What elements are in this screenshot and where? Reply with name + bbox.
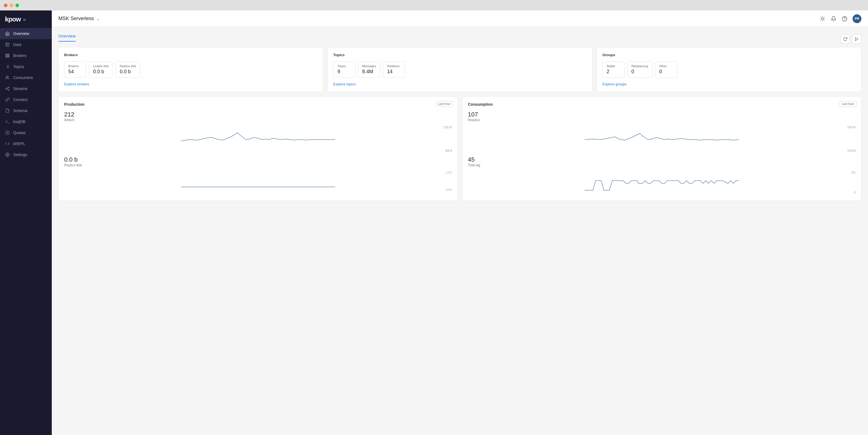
schema-icon xyxy=(5,108,10,113)
reads-value: 107 xyxy=(468,111,480,118)
data-icon xyxy=(5,42,10,47)
leader-disk-box: Leader disk 0.0 b xyxy=(89,61,113,77)
svg-rect-0 xyxy=(6,43,9,46)
sidebar-item-topics[interactable]: Topics xyxy=(0,61,52,72)
sidebar-item-brokers[interactable]: Brokers xyxy=(0,50,52,61)
replica-value: 0.0 b xyxy=(64,156,82,163)
writes-y-max: 218.05 xyxy=(443,126,452,129)
explore-groups-link[interactable]: Explore groups xyxy=(602,82,856,86)
sidebar-data-label: Data xyxy=(13,42,22,47)
refresh-button[interactable] xyxy=(840,34,850,44)
sidebar-streams-label: Streams xyxy=(13,87,28,91)
connect-icon xyxy=(5,97,10,102)
lag-chart xyxy=(468,171,856,193)
tab-overview[interactable]: Overview xyxy=(58,34,76,41)
brokers-stats: Brokers 54 Leader disk 0.0 b Replica dis… xyxy=(64,61,317,77)
sidebar-item-krepl[interactable]: kREPL xyxy=(0,138,52,149)
production-chart-card: Last hour Production 212 Write/s 218.05 xyxy=(58,96,458,201)
messages-label: Messages xyxy=(362,64,376,68)
explore-topics-link[interactable]: Explore topics xyxy=(333,82,586,86)
replica-disk-value: 0.0 b xyxy=(120,69,136,74)
notifications-bell-icon[interactable] xyxy=(831,16,837,22)
sidebar-item-quotas[interactable]: Quotas xyxy=(0,127,52,138)
sidebar-item-consumers[interactable]: Consumers xyxy=(0,72,52,83)
rebalancing-value: 0 xyxy=(631,69,648,74)
brokers-card-title: Brokers xyxy=(64,53,317,57)
rebalancing-box: Rebalancing 0 xyxy=(627,61,652,77)
writes-y-min: 206.8 xyxy=(445,149,452,152)
ksqldb-icon xyxy=(5,119,10,124)
close-button[interactable] xyxy=(4,4,7,7)
chevron-down-icon[interactable]: ⌄ xyxy=(97,17,100,21)
sidebar-item-overview[interactable]: Overview xyxy=(0,28,52,39)
user-avatar[interactable]: PR xyxy=(852,14,861,23)
brokers-count-box: Brokers 54 xyxy=(64,61,86,77)
logo-text: kpow xyxy=(5,15,21,23)
brokers-card: Brokers Brokers 54 Leader disk 0.0 b Rep… xyxy=(58,47,323,92)
replica-disk-box: Replica disk 0.0 b xyxy=(116,61,140,77)
svg-point-21 xyxy=(822,17,824,20)
charts-row: Last hour Production 212 Write/s 218.05 xyxy=(58,96,861,201)
sidebar-krepl-label: kREPL xyxy=(13,142,25,146)
svg-point-12 xyxy=(6,76,7,77)
topics-count-value: 9 xyxy=(337,69,351,74)
groups-card-title: Groups xyxy=(602,53,856,57)
svg-line-16 xyxy=(7,89,8,90)
other-value: 0 xyxy=(659,69,673,74)
groups-stats: Stable 2 Rebalancing 0 Other 0 xyxy=(602,61,856,77)
help-icon[interactable] xyxy=(842,16,848,22)
write-rate-value: 212 xyxy=(64,111,74,118)
other-label: Other xyxy=(659,64,673,68)
topics-count-box: Topics 9 xyxy=(333,61,355,77)
sidebar-connect-label: Connect xyxy=(13,97,28,102)
production-chart-title: Production xyxy=(64,102,452,106)
tab-bar: Overview xyxy=(58,34,76,41)
sidebar-ksqldb-label: ksqlDB xyxy=(13,120,25,124)
sidebar-item-settings[interactable]: Settings xyxy=(0,149,52,160)
svg-point-20 xyxy=(7,154,8,155)
sidebar-item-schema[interactable]: Schema xyxy=(0,105,52,116)
replica-chart xyxy=(64,171,452,190)
play-button[interactable] xyxy=(852,34,861,44)
lag-y-min: 0 xyxy=(854,191,856,194)
write-rate-label: Write/s xyxy=(64,118,74,122)
sidebar-logo: kpow » xyxy=(0,10,52,28)
logo-arrows: » xyxy=(23,16,26,23)
leader-disk-value: 0.0 b xyxy=(93,69,109,74)
reads-label: Reads/s xyxy=(468,118,480,122)
svg-point-15 xyxy=(8,90,9,91)
sidebar-item-streams[interactable]: Streams xyxy=(0,83,52,94)
krepl-icon xyxy=(5,141,10,146)
sidebar-schema-label: Schema xyxy=(13,108,27,113)
minimize-button[interactable] xyxy=(10,4,13,7)
settings-sun-icon[interactable] xyxy=(819,16,826,22)
writes-chart xyxy=(64,126,452,148)
partitions-value: 14 xyxy=(387,69,401,74)
cluster-name: MSK Serverless xyxy=(58,16,94,22)
content-area: Overview Brokers xyxy=(52,27,868,435)
main-content: MSK Serverless ⌄ PR xyxy=(52,10,868,435)
sidebar-topics-label: Topics xyxy=(13,64,24,69)
reads-chart xyxy=(468,126,856,148)
topics-icon xyxy=(5,64,10,69)
sidebar-consumers-label: Consumers xyxy=(13,75,33,80)
stats-cards: Brokers Brokers 54 Leader disk 0.0 b Rep… xyxy=(58,47,861,92)
maximize-button[interactable] xyxy=(16,4,19,7)
groups-card: Groups Stable 2 Rebalancing 0 Other 0 xyxy=(597,47,861,92)
brokers-count-label: Brokers xyxy=(68,64,82,68)
svg-rect-5 xyxy=(5,57,9,57)
rebalancing-label: Rebalancing xyxy=(631,64,648,68)
brokers-count-value: 54 xyxy=(68,69,82,74)
sidebar-item-ksqldb[interactable]: ksqlDB xyxy=(0,116,52,127)
header: MSK Serverless ⌄ PR xyxy=(52,10,868,27)
svg-line-17 xyxy=(7,88,8,88)
svg-point-14 xyxy=(6,88,7,89)
sidebar-item-connect[interactable]: Connect xyxy=(0,94,52,105)
sidebar-item-data[interactable]: Data xyxy=(0,39,52,50)
other-box: Other 0 xyxy=(655,61,677,77)
replica-y-min: 0.0 b xyxy=(446,188,452,191)
reads-y-min: 103.84 xyxy=(847,149,856,152)
partitions-label: Partitions xyxy=(387,64,401,68)
explore-brokers-link[interactable]: Explore brokers xyxy=(64,82,317,86)
svg-line-24 xyxy=(821,17,821,17)
